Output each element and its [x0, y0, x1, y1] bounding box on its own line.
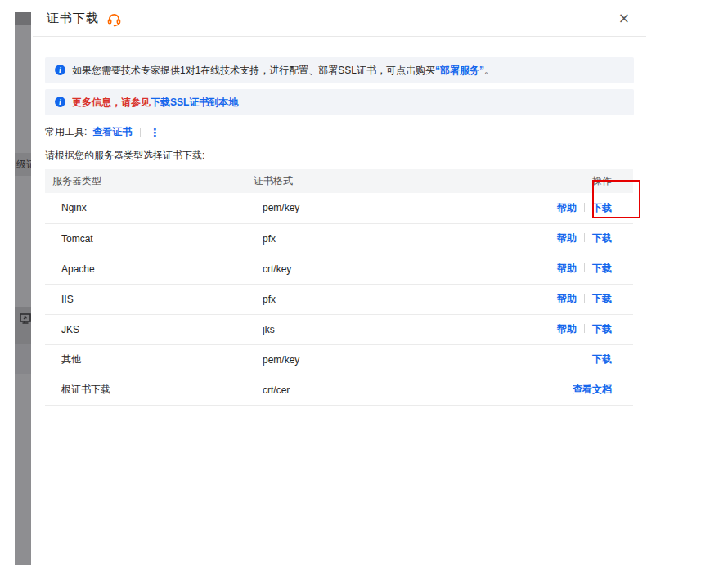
table-intro-text: 请根据您的服务器类型选择证书下载:: [45, 149, 634, 163]
help-link[interactable]: 帮助: [557, 293, 577, 304]
help-link[interactable]: 帮助: [557, 232, 577, 244]
info-icon: i: [55, 65, 65, 75]
divider: [584, 203, 585, 212]
operation-cell: 查看文档: [450, 375, 633, 405]
dialog-header: 证书下载 ×: [33, 0, 646, 37]
certificate-download-dialog: 证书下载 × i 如果您需要技术专家提供1对1在线技术支持，进行配置、部署SSL…: [33, 0, 646, 575]
certificate-table: 服务器类型 证书格式 操作 Nginxpem/key帮助下载Tomcatpfx帮…: [45, 169, 633, 406]
divider: [140, 128, 141, 137]
background-panel-block: [15, 307, 31, 344]
header-operation: 操作: [450, 169, 633, 193]
server-type-cell: JKS: [45, 314, 246, 344]
cert-format-cell: crt/cer: [246, 375, 450, 405]
download-link[interactable]: 下载: [592, 293, 612, 304]
server-type-cell: Apache: [45, 254, 246, 284]
help-link[interactable]: 帮助: [557, 202, 577, 213]
divider: [584, 324, 585, 333]
common-tools-row: 常用工具: 查看证书 ⋮: [45, 125, 634, 139]
operation-cell: 帮助下载: [450, 314, 633, 344]
table-row: Apachecrt/key帮助下载: [45, 254, 633, 284]
cert-format-cell: pfx: [246, 223, 450, 254]
table-row: JKSjks帮助下载: [45, 314, 633, 344]
table-row: 其他pem/key下载: [45, 344, 633, 375]
dimmed-background-page: 级证: [15, 12, 31, 565]
server-type-cell: Nginx: [45, 193, 246, 223]
operation-cell: 下载: [450, 344, 633, 375]
table-row: IISpfx帮助下载: [45, 284, 633, 314]
monitor-icon: [20, 313, 31, 324]
help-link[interactable]: 帮助: [557, 323, 577, 335]
table-row: Nginxpem/key帮助下载: [45, 193, 633, 223]
cert-format-cell: pfx: [246, 284, 450, 314]
cert-format-cell: pem/key: [246, 193, 450, 223]
more-info-banner: i 更多信息，请参见下载SSL证书到本地: [45, 89, 634, 115]
download-link[interactable]: 下载: [592, 353, 612, 365]
server-type-cell: 其他: [45, 344, 246, 375]
view-docs-link[interactable]: 查看文档: [573, 384, 612, 395]
operation-cell: 帮助下载: [450, 284, 633, 314]
more-info-prefix: 更多信息，请参见: [72, 97, 151, 108]
download-link[interactable]: 下载: [592, 323, 612, 335]
headset-support-icon[interactable]: [106, 11, 122, 27]
download-link[interactable]: 下载: [592, 263, 612, 274]
server-type-cell: 根证书下载: [45, 375, 246, 405]
divider: [584, 294, 585, 303]
table-row: Tomcatpfx帮助下载: [45, 223, 633, 254]
deploy-banner-suffix: 。: [484, 65, 494, 76]
operation-cell: 帮助下载: [450, 223, 633, 254]
download-link[interactable]: 下载: [592, 202, 612, 213]
table-header: 服务器类型 证书格式 操作: [45, 169, 633, 193]
divider: [584, 233, 585, 242]
dialog-body: i 如果您需要技术专家提供1对1在线技术支持，进行配置、部署SSL证书，可点击购…: [33, 57, 646, 406]
header-cert-format: 证书格式: [246, 169, 450, 193]
cert-table-body: Nginxpem/key帮助下载Tomcatpfx帮助下载Apachecrt/k…: [45, 193, 633, 405]
deploy-service-banner: i 如果您需要技术专家提供1对1在线技术支持，进行配置、部署SSL证书，可点击购…: [45, 57, 634, 83]
server-type-cell: Tomcat: [45, 223, 246, 254]
divider: [584, 263, 585, 272]
cert-format-cell: pem/key: [246, 344, 450, 375]
close-icon[interactable]: ×: [618, 11, 630, 25]
operation-cell: 帮助下载: [450, 254, 633, 284]
server-type-cell: IIS: [45, 284, 246, 314]
download-link[interactable]: 下载: [592, 232, 612, 244]
info-icon: i: [55, 97, 65, 107]
deploy-banner-text: 如果您需要技术专家提供1对1在线技术支持，进行配置、部署SSL证书，可点击购买“…: [72, 64, 494, 77]
cert-format-cell: jks: [246, 314, 450, 344]
help-link[interactable]: 帮助: [557, 263, 577, 274]
cert-format-cell: crt/key: [246, 254, 450, 284]
deploy-service-link[interactable]: “部署服务”: [435, 65, 484, 76]
more-info-text: 更多信息，请参见下载SSL证书到本地: [72, 96, 238, 109]
background-header-block: [15, 12, 31, 25]
deploy-banner-prefix: 如果您需要技术专家提供1对1在线技术支持，进行配置、部署SSL证书，可点击购买: [72, 65, 435, 76]
header-server-type: 服务器类型: [45, 169, 246, 193]
table-row: 根证书下载crt/cer查看文档: [45, 375, 633, 405]
background-panel-block-2: [15, 344, 31, 374]
more-tools-icon[interactable]: ⋮: [149, 128, 160, 137]
background-clipped-text: 级证: [15, 153, 31, 176]
operation-cell: 帮助下载: [450, 193, 633, 223]
dialog-title: 证书下载: [47, 11, 99, 26]
common-tools-label: 常用工具:: [45, 125, 87, 139]
download-ssl-local-link[interactable]: 下载SSL证书到本地: [151, 97, 238, 108]
view-certificate-link[interactable]: 查看证书: [92, 125, 132, 139]
